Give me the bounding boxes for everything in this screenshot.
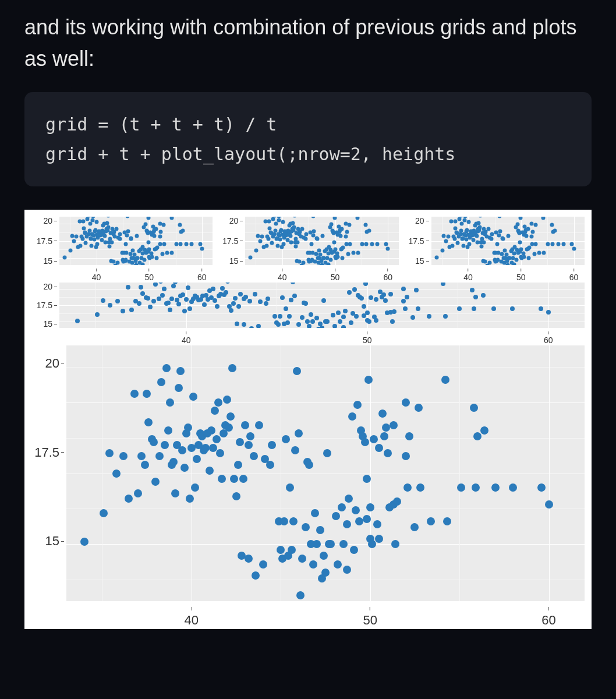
y-tick: 15 <box>43 320 57 328</box>
y-tick: 15 <box>229 257 243 265</box>
y-tick: 20 <box>229 217 243 225</box>
small-panel-3: 20 17.5 15 40 50 60 <box>403 217 585 278</box>
x-axis: 40 50 60 <box>403 265 585 278</box>
plot-area <box>59 283 585 328</box>
plot-grid: 20 17.5 15 40 50 60 20 17.5 15 <box>24 210 592 629</box>
x-tick: 40 <box>463 269 473 282</box>
y-tick: 20 <box>43 283 57 291</box>
code-block: grid = (t + t + t) / t grid + t + plot_l… <box>24 92 592 186</box>
y-tick: 15 <box>43 257 57 265</box>
x-tick: 40 <box>92 269 101 282</box>
x-axis: 40 50 60 <box>217 265 398 278</box>
plot-area <box>431 217 585 265</box>
x-tick: 40 <box>185 607 199 628</box>
y-tick: 20 <box>415 217 429 225</box>
plot-area <box>59 217 213 265</box>
y-tick: 17.5 <box>222 237 243 245</box>
y-tick: 20 <box>43 217 57 225</box>
x-axis: 40 50 60 <box>31 601 585 622</box>
x-tick: 60 <box>197 269 207 282</box>
x-axis: 40 50 60 <box>31 328 585 341</box>
y-axis: 20 17.5 15 <box>217 217 245 265</box>
plot-row-2: 20 17.5 15 40 50 60 <box>31 283 585 341</box>
large-panel: 20 17.5 15 40 50 60 <box>31 345 585 622</box>
y-tick: 17.5 <box>34 446 64 459</box>
y-tick: 20 <box>45 357 64 370</box>
small-panel-2: 20 17.5 15 40 50 60 <box>217 217 398 278</box>
intro-text: and its working with combination of prev… <box>24 12 592 75</box>
y-tick: 15 <box>45 535 64 548</box>
x-tick: 40 <box>182 331 191 345</box>
x-tick: 60 <box>383 269 392 282</box>
y-tick: 17.5 <box>37 237 57 245</box>
x-axis: 40 50 60 <box>31 265 213 278</box>
x-tick: 50 <box>363 607 377 628</box>
x-tick: 60 <box>541 607 555 628</box>
x-tick: 50 <box>363 331 372 345</box>
x-tick: 50 <box>516 269 526 282</box>
small-panel-1: 20 17.5 15 40 50 60 <box>31 217 213 278</box>
y-tick: 17.5 <box>408 237 429 245</box>
x-tick: 60 <box>544 331 553 345</box>
y-axis: 20 17.5 15 <box>31 283 59 328</box>
x-tick: 40 <box>278 269 287 282</box>
wide-panel: 20 17.5 15 40 50 60 <box>31 283 585 341</box>
y-tick: 17.5 <box>37 301 57 309</box>
x-tick: 60 <box>569 269 579 282</box>
plot-row-1: 20 17.5 15 40 50 60 20 17.5 15 <box>31 217 585 278</box>
plot-area <box>245 217 398 265</box>
x-tick: 50 <box>144 269 154 282</box>
y-tick: 15 <box>415 257 429 265</box>
plot-row-3: 20 17.5 15 40 50 60 <box>31 345 585 622</box>
y-axis: 20 17.5 15 <box>31 217 59 265</box>
y-axis: 20 17.5 15 <box>403 217 431 265</box>
y-axis: 20 17.5 15 <box>31 345 66 601</box>
plot-area <box>66 345 585 601</box>
x-tick: 50 <box>331 269 340 282</box>
